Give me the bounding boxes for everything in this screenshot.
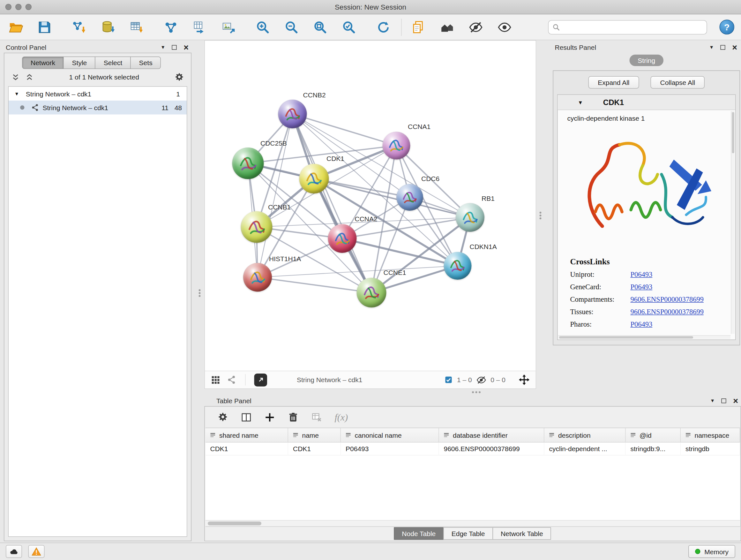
column-header-shared-name[interactable]: shared name [205,428,288,442]
home-icon[interactable] [438,18,456,36]
cloud-button[interactable] [6,545,22,558]
panel-menu-icon[interactable]: ▼ [710,398,715,403]
zoom-fit-icon[interactable] [311,18,329,36]
import-table-icon[interactable] [127,18,145,36]
string-results-tab[interactable]: String [630,55,664,66]
float-panel-icon[interactable] [172,45,177,50]
network-node-ccnb1[interactable] [241,211,273,243]
right-splitter-handle[interactable] [539,211,542,220]
column-header-id[interactable]: @id [626,428,681,442]
new-network-from-table-icon[interactable] [191,18,209,36]
network-node-cdkn1a[interactable] [444,252,472,280]
warnings-button[interactable] [28,545,45,558]
cell-id[interactable]: stringdb:9... [626,442,681,455]
tab-select[interactable]: Select [95,57,131,69]
collapse-section-icon[interactable]: ▼ [578,99,583,105]
toolbar-search-box[interactable] [548,20,707,34]
network-row-selected[interactable]: String Network – cdk1 11 48 [9,101,187,115]
save-session-icon[interactable] [36,18,54,36]
tab-node-table[interactable]: Node Table [394,527,444,540]
memory-button[interactable]: Memory [689,545,735,558]
expand-all-icon[interactable] [25,72,34,82]
column-header-description[interactable]: description [544,428,626,442]
network-node-ccna2[interactable] [328,224,357,253]
network-node-cdc6[interactable] [396,184,423,211]
cell-namespace[interactable]: stringdb [681,442,740,455]
create-column-icon[interactable] [264,412,275,423]
hide-selected-icon[interactable] [467,18,485,36]
network-node-hist1h1a[interactable] [243,263,272,292]
column-header-name[interactable]: name [288,428,341,442]
tissues-link[interactable]: 9606.ENSP00000378699 [630,308,704,316]
birds-eye-view-icon[interactable] [211,375,220,385]
zoom-out-icon[interactable] [282,18,300,36]
network-options-gear-icon[interactable] [174,72,185,82]
network-node-ccna1[interactable] [383,132,410,160]
tab-network-table[interactable]: Network Table [492,527,551,540]
table-options-gear-icon[interactable] [217,412,228,423]
genecard-link[interactable]: P06493 [630,283,653,292]
tab-sets[interactable]: Sets [131,57,161,69]
new-network-icon[interactable] [162,18,180,36]
tab-network[interactable]: Network [22,57,64,69]
collapse-all-icon[interactable] [11,72,20,82]
table-row[interactable]: CDK1 CDK1 P06493 9606.ENSP00000378699 cy… [205,442,740,455]
close-panel-icon[interactable]: × [732,43,737,52]
network-node-cdc25b[interactable] [232,147,264,179]
network-node-cdk1[interactable] [299,164,329,193]
show-all-icon[interactable] [495,18,514,36]
collection-expand-icon[interactable]: ▼ [14,91,19,97]
uniprot-link[interactable]: P06493 [630,271,653,279]
network-overview-icon[interactable] [227,375,237,385]
cell-description[interactable]: cyclin-dependent ... [544,442,626,455]
tab-style[interactable]: Style [64,57,96,69]
copy-icon[interactable] [409,18,428,36]
column-header-database-identifier[interactable]: database identifier [439,428,544,442]
scrollbar-thumb[interactable] [559,336,693,339]
float-panel-icon[interactable] [722,398,726,403]
selected-checkbox-icon[interactable] [444,375,453,384]
export-image-icon[interactable] [219,18,238,36]
delete-column-icon[interactable] [288,412,299,423]
horizontal-splitter-handle[interactable] [472,391,481,393]
network-node-ccnb2[interactable] [278,100,307,128]
network-node-rb1[interactable] [456,203,484,232]
detach-view-button[interactable] [254,373,267,386]
search-input[interactable] [563,23,703,31]
tab-edge-table[interactable]: Edge Table [443,527,493,540]
panel-menu-icon[interactable]: ▼ [709,45,714,50]
left-splitter-handle[interactable] [198,289,202,298]
help-button[interactable]: ? [720,20,735,35]
cell-canonical-name[interactable]: P06493 [341,442,439,455]
zoom-selected-icon[interactable] [340,18,358,36]
control-panel-title: Control Panel [6,44,46,51]
collapse-all-button[interactable]: Collapse All [651,76,705,89]
network-collection-row[interactable]: ▼ String Network – cdk1 1 [9,87,187,101]
panel-menu-icon[interactable]: ▼ [160,45,165,50]
pharos-link[interactable]: P06493 [630,320,653,329]
close-panel-icon[interactable]: × [733,396,738,405]
import-network-file-icon[interactable] [70,18,88,36]
zoom-in-icon[interactable] [254,18,272,36]
apply-layout-icon[interactable] [374,18,393,36]
column-header-canonical-name[interactable]: canonical name [341,428,439,442]
protein-structure-image [572,125,721,253]
float-panel-icon[interactable] [721,45,725,50]
cell-shared-name[interactable]: CDK1 [205,442,288,455]
expand-all-button[interactable]: Expand All [588,76,639,89]
node-label-ccnb2: CCNB2 [303,91,326,99]
close-panel-icon[interactable]: × [184,43,189,52]
cell-database-identifier[interactable]: 9606.ENSP00000378699 [439,442,544,455]
import-network-database-icon[interactable] [98,18,117,36]
protein-structure-thumbnail [448,256,467,275]
network-node-ccne1[interactable] [357,278,387,307]
network-canvas[interactable]: CCNB2CCNA1CDC25BCDK1CDC6RB1CCNB1CCNA2CDK… [205,41,536,371]
open-session-icon[interactable] [7,18,25,36]
show-columns-icon[interactable] [241,412,252,423]
column-header-namespace[interactable]: namespace [681,428,740,442]
scrollbar-thumb[interactable] [732,112,735,153]
cell-name[interactable]: CDK1 [288,442,341,455]
scrollbar-thumb[interactable] [208,522,261,525]
compartments-link[interactable]: 9606.ENSP00000378699 [630,296,704,304]
pan-move-icon[interactable] [519,374,530,386]
